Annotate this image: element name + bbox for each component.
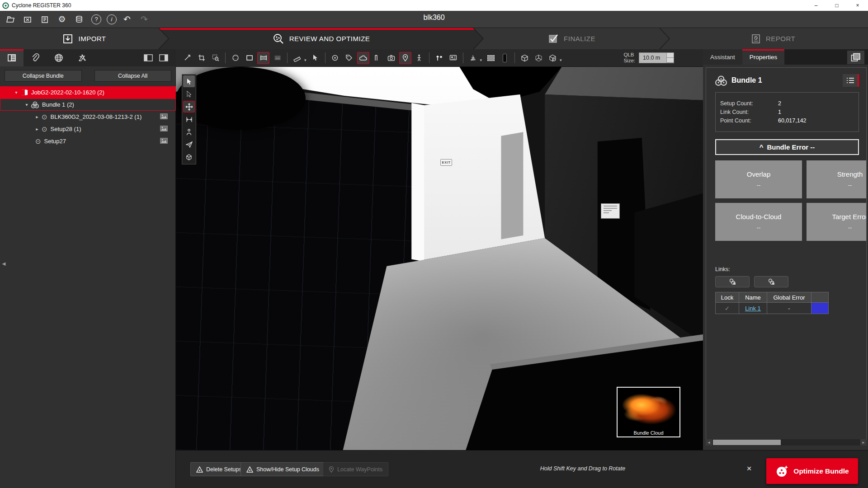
pipe-icon[interactable] bbox=[371, 52, 383, 64]
plane-select-icon[interactable] bbox=[243, 52, 255, 64]
zoom-window-icon[interactable] bbox=[209, 52, 222, 64]
maximize-button[interactable]: □ bbox=[826, 0, 847, 11]
metric-value: -- bbox=[757, 224, 761, 231]
caret-down-icon[interactable]: ▾ bbox=[24, 102, 29, 107]
horizontal-scrollbar[interactable]: ◄ ► bbox=[706, 439, 867, 446]
fly-navigation-icon[interactable] bbox=[183, 139, 195, 150]
storage-database-icon[interactable] bbox=[72, 13, 86, 26]
right-panel-tabs: Assistant Properties bbox=[703, 49, 868, 65]
optimize-bundle-icon bbox=[775, 465, 789, 478]
tab-properties[interactable]: Properties bbox=[742, 49, 785, 65]
open-project-icon[interactable] bbox=[4, 13, 17, 26]
project-card-icon[interactable] bbox=[38, 13, 52, 26]
waypoint-pin-icon[interactable] bbox=[399, 52, 411, 64]
sidebar-tab-bar bbox=[0, 49, 176, 66]
sphere-view-icon[interactable] bbox=[229, 52, 241, 64]
project-explorer-icon[interactable] bbox=[0, 49, 24, 66]
tree-item-label: Setup27 bbox=[44, 138, 66, 145]
target-icon[interactable] bbox=[329, 52, 341, 64]
tab-assistant[interactable]: Assistant bbox=[703, 49, 742, 65]
caret-down-icon[interactable]: ▾ bbox=[14, 90, 19, 95]
measure-ruler-icon[interactable] bbox=[291, 52, 303, 64]
qlb-size-spinner[interactable]: 10.0 m bbox=[639, 52, 674, 63]
crop-region-icon[interactable] bbox=[195, 52, 208, 64]
tree-item-job[interactable]: ▾ JobG2-2022-02-10-1620 (2) bbox=[0, 86, 176, 99]
slider-icon[interactable] bbox=[499, 52, 511, 64]
dropdown-caret-icon[interactable]: ▾ bbox=[480, 58, 482, 62]
caret-right-icon[interactable]: ▸ bbox=[34, 127, 40, 131]
show-hide-setup-clouds-button[interactable]: Show/Hide Setup Clouds bbox=[241, 462, 325, 476]
tab-review-and-optimize[interactable]: REVIEW AND OPTIMIZE bbox=[159, 28, 483, 49]
unify-clouds-icon[interactable] bbox=[181, 52, 193, 64]
undo-icon[interactable]: ↶ bbox=[120, 13, 134, 26]
tab-import[interactable]: IMPORT bbox=[0, 28, 168, 49]
caret-right-icon[interactable]: ▸ bbox=[34, 114, 40, 119]
panel-collapse-chevron[interactable]: ◄ bbox=[1, 260, 7, 267]
axis-cube-icon[interactable] bbox=[533, 52, 545, 64]
web-globe-icon[interactable] bbox=[47, 49, 71, 66]
measure-distance-icon[interactable] bbox=[183, 113, 195, 125]
unified-cube-icon[interactable] bbox=[183, 151, 195, 163]
close-button[interactable]: × bbox=[847, 0, 868, 11]
tree-item-setup28[interactable]: ▸ ⊙ Setup28 (1) bbox=[0, 123, 176, 135]
dropdown-caret-icon[interactable]: ▾ bbox=[560, 58, 562, 62]
optimize-bundle-button[interactable]: Optimize Bundle bbox=[766, 458, 858, 484]
link-lock-icon[interactable] bbox=[715, 276, 750, 287]
link-lock-checkbox[interactable]: ✓ bbox=[716, 303, 739, 314]
orbit-pan-icon[interactable] bbox=[183, 101, 195, 113]
person-view-icon[interactable] bbox=[183, 126, 195, 138]
close-project-icon[interactable] bbox=[21, 13, 34, 26]
point-cloud-viewport[interactable]: EXIT Bundle Cloud bbox=[176, 67, 703, 450]
dropdown-caret-icon[interactable]: ▾ bbox=[304, 58, 307, 62]
measure-pick-icon[interactable] bbox=[309, 52, 321, 64]
scroll-left-icon[interactable]: ◄ bbox=[706, 439, 712, 446]
camera-icon[interactable] bbox=[385, 52, 397, 64]
link-color-swatch[interactable] bbox=[811, 303, 829, 314]
close-toolbar-icon[interactable]: × bbox=[742, 461, 756, 476]
tab-report[interactable]: REPORT bbox=[660, 28, 868, 49]
tree-item-bundle[interactable]: ▾ Bundle 1 (2) bbox=[0, 99, 176, 111]
delete-setups-button[interactable]: Delete Setups bbox=[190, 462, 248, 476]
floorplan-icon[interactable] bbox=[467, 52, 479, 64]
cube-image-icon[interactable] bbox=[547, 52, 559, 64]
collapse-bundle-button[interactable]: Collapse Bundle bbox=[5, 70, 82, 82]
link-unlock-icon[interactable] bbox=[754, 276, 788, 287]
panorama-view-icon[interactable] bbox=[257, 52, 269, 64]
scrollbar-thumb[interactable] bbox=[713, 440, 781, 445]
tree-item-setup27[interactable]: ⊙ Setup27 bbox=[0, 135, 176, 147]
setup-elevation-icon[interactable] bbox=[433, 52, 445, 64]
tab-finalize-label: FINALIZE bbox=[564, 35, 595, 42]
export-truck-icon[interactable] bbox=[447, 52, 459, 64]
bundle-cloud-thumbnail[interactable]: Bundle Cloud bbox=[617, 387, 680, 437]
attachments-paperclip-icon[interactable] bbox=[24, 49, 47, 66]
select-arrow-icon[interactable] bbox=[183, 75, 195, 87]
selection-box-icon[interactable] bbox=[485, 52, 497, 64]
bundle-list-menu-icon[interactable] bbox=[843, 74, 859, 87]
help-icon[interactable]: ? bbox=[91, 14, 101, 24]
collapse-all-button[interactable]: Collapse All bbox=[94, 70, 172, 82]
cloud-icon[interactable] bbox=[357, 52, 369, 64]
spinner-buttons[interactable] bbox=[666, 53, 674, 63]
panel-layout-right-icon[interactable] bbox=[158, 52, 170, 63]
tag-icon[interactable] bbox=[343, 52, 355, 64]
minimize-button[interactable]: – bbox=[806, 0, 826, 11]
link-name-link[interactable]: Link 1 bbox=[739, 303, 767, 314]
bundle-error-header[interactable]: ^ Bundle Error -- bbox=[715, 139, 859, 155]
pedestrian-icon[interactable] bbox=[413, 52, 425, 64]
scroll-right-icon[interactable]: ► bbox=[860, 439, 867, 446]
thumbnail-point-cloud-image bbox=[618, 389, 679, 427]
panel-layout-left-icon[interactable] bbox=[142, 52, 154, 63]
tab-finalize[interactable]: FINALIZE bbox=[474, 28, 669, 49]
settings-gear-icon[interactable]: ⚙ bbox=[55, 13, 69, 26]
tree-item-label: BLK360G2_2022-03-08-1213-2 (1) bbox=[51, 113, 142, 120]
multi-select-icon[interactable] bbox=[183, 88, 195, 100]
sitemap-graph-icon[interactable] bbox=[71, 49, 94, 66]
redo-icon: ↷ bbox=[137, 13, 151, 26]
view-cube-icon[interactable] bbox=[519, 52, 531, 64]
metric-strength: Strength -- bbox=[807, 160, 867, 198]
panel-toggle-icon[interactable] bbox=[847, 51, 864, 64]
image-view-icon[interactable] bbox=[271, 52, 283, 64]
tree-item-blk360-setup[interactable]: ▸ ⊙ BLK360G2_2022-03-08-1213-2 (1) bbox=[0, 111, 176, 123]
info-icon[interactable]: i bbox=[107, 14, 117, 24]
link-row[interactable]: ✓ Link 1 - bbox=[716, 303, 829, 314]
